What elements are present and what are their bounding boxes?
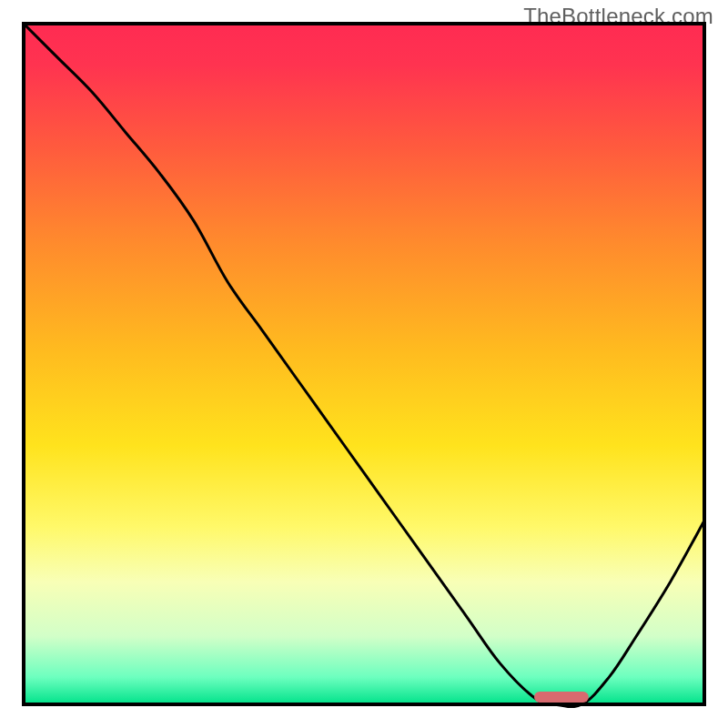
plot-area — [20, 20, 708, 708]
bottleneck-chart — [20, 20, 708, 708]
chart-frame: TheBottleneck.com — [0, 0, 728, 728]
gradient-background — [24, 24, 704, 704]
optimal-band-marker — [534, 692, 589, 703]
